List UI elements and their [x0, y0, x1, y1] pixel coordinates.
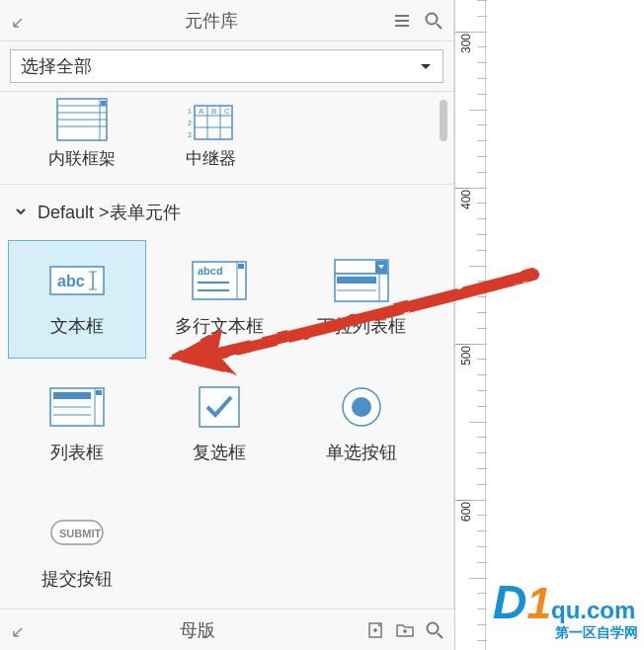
- svg-point-0: [427, 13, 438, 24]
- widget-label: 提交按钮: [41, 567, 113, 591]
- widget-checkbox[interactable]: 复选框: [150, 366, 288, 485]
- search-icon[interactable]: [425, 620, 444, 640]
- svg-point-44: [352, 397, 371, 417]
- previous-section-row: 内联框架 ABC123 中继器: [0, 92, 453, 185]
- watermark: D 1 qu.com 第一区自学网: [493, 575, 638, 642]
- widget-grid: abc 文本框 abcd 多行文本框 下拉列表框 列表框 复选框: [0, 234, 453, 611]
- svg-text:B: B: [211, 107, 216, 116]
- section-breadcrumb: Default >: [38, 203, 110, 223]
- widget-submit[interactable]: SUBMIT 提交按钮: [8, 493, 146, 611]
- widget-library-panel: 元件库 选择全部 内联框架 ABC123: [0, 0, 454, 650]
- widget-label: 单选按钮: [326, 441, 397, 464]
- svg-rect-37: [53, 392, 91, 399]
- checkbox-icon: [192, 387, 247, 427]
- collapse-icon[interactable]: [10, 11, 30, 31]
- watermark-1: 1: [527, 579, 551, 628]
- chevron-down-icon: [14, 203, 28, 223]
- svg-text:1: 1: [188, 108, 192, 115]
- add-page-icon[interactable]: [365, 620, 385, 640]
- watermark-d: D: [493, 575, 527, 629]
- svg-rect-41: [96, 390, 102, 395]
- widget-label: 复选框: [193, 441, 246, 464]
- dropdown-icon: [334, 261, 389, 300]
- watermark-cn: 第一区自学网: [555, 624, 638, 642]
- section-header[interactable]: Default > 表单元件: [0, 185, 453, 234]
- library-select[interactable]: 选择全部: [10, 49, 443, 83]
- svg-point-48: [428, 622, 439, 633]
- add-folder-icon[interactable]: [395, 620, 415, 640]
- widget-label: 下拉列表框: [317, 314, 406, 338]
- section-name: 表单元件: [110, 201, 181, 224]
- svg-text:2: 2: [188, 120, 192, 126]
- svg-rect-29: [238, 264, 244, 269]
- widget-label: 文本框: [50, 314, 104, 338]
- svg-text:A: A: [199, 107, 204, 116]
- svg-text:SUBMIT: SUBMIT: [59, 528, 101, 539]
- library-select-row: 选择全部: [0, 41, 453, 92]
- svg-text:abc: abc: [57, 273, 85, 289]
- svg-rect-7: [101, 101, 106, 106]
- scrollbar-thumb[interactable]: [440, 100, 447, 141]
- widget-radio[interactable]: 单选按钮: [292, 366, 431, 485]
- inline-frame-icon: [56, 98, 108, 141]
- submit-icon: SUBMIT: [49, 514, 105, 553]
- menu-icon[interactable]: [392, 11, 412, 31]
- repeater-icon: ABC123: [185, 98, 236, 141]
- widget-dropdown[interactable]: 下拉列表框: [292, 240, 431, 359]
- svg-text:abcd: abcd: [198, 265, 223, 277]
- dropdown-caret-icon: [419, 56, 433, 77]
- textarea-icon: abcd: [192, 261, 247, 300]
- textfield-icon: abc: [49, 261, 105, 300]
- library-select-label: 选择全部: [21, 54, 92, 78]
- widget-label: 中继器: [146, 147, 275, 170]
- collapse-icon[interactable]: [10, 620, 30, 640]
- listbox-icon: [49, 387, 105, 427]
- widget-label: 多行文本框: [175, 314, 264, 338]
- widget-label: 内联框架: [18, 147, 146, 170]
- svg-text:3: 3: [188, 131, 192, 138]
- svg-rect-33: [337, 277, 376, 284]
- panel-footer: 母版: [0, 609, 454, 650]
- footer-title: 母版: [30, 618, 365, 642]
- vertical-ruler: 300400500600: [454, 0, 486, 650]
- widget-label: 列表框: [50, 441, 104, 464]
- widget-textfield[interactable]: abc 文本框: [8, 240, 146, 359]
- panel-title: 元件库: [30, 9, 392, 33]
- radio-icon: [334, 387, 389, 427]
- svg-rect-42: [200, 387, 239, 427]
- svg-text:C: C: [224, 107, 230, 116]
- search-icon[interactable]: [424, 11, 443, 31]
- widget-listbox[interactable]: 列表框: [8, 366, 146, 485]
- watermark-domain: qu.com: [551, 597, 638, 624]
- widget-inline-frame[interactable]: 内联框架: [18, 98, 146, 170]
- panel-header: 元件库: [0, 0, 453, 41]
- widget-textarea[interactable]: abcd 多行文本框: [150, 240, 288, 359]
- widget-repeater[interactable]: ABC123 中继器: [146, 98, 275, 170]
